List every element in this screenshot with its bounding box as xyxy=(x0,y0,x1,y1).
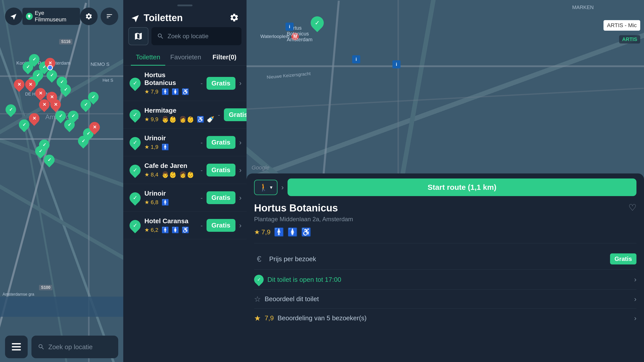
tab-favorieten[interactable]: Favorieten xyxy=(165,50,206,66)
detail-road-2 xyxy=(247,65,644,67)
man-baby-icon-4: 👨‍👶 xyxy=(162,171,177,178)
list-settings-button[interactable] xyxy=(229,13,239,23)
review-row[interactable]: ★ 7,9 Beoordeling van 5 bezoeker(s) › xyxy=(254,309,636,328)
search-input[interactable]: Zoek op locatie xyxy=(151,27,242,45)
map-label-marken: MARKEN xyxy=(572,5,594,10)
map-top-controls: Eye Filmmuseum xyxy=(0,8,123,25)
location-name: Eye Filmmuseum xyxy=(35,10,76,23)
pin-icon xyxy=(27,14,31,18)
rating-value-4: 8,4 xyxy=(151,171,158,178)
tab-toiletten[interactable]: Toiletten xyxy=(131,50,165,66)
star-icon-3: ★ xyxy=(144,144,149,150)
toilet-icons-1: 🚹 🚺 ♿ xyxy=(162,88,189,95)
settings-button[interactable] xyxy=(80,8,98,25)
chevron-4: › xyxy=(239,166,242,174)
toilet-meta-6: ★ 6,2 🚹 🚺 ♿ xyxy=(144,227,197,234)
check-icon-3: ✓ xyxy=(133,139,137,146)
road-label-s116: S116 xyxy=(59,39,72,44)
toilet-info-3: Urinoir ★ 1,9 🚹 xyxy=(144,134,197,151)
list-header-left: Toiletten xyxy=(131,13,183,23)
filter-button[interactable] xyxy=(101,8,118,25)
map-label-hallen: DE HALLEN xyxy=(25,92,49,97)
toilet-item-5[interactable]: ✓ Urinoir ★ 6,8 🚹 - Gratis › xyxy=(123,184,247,212)
open-status-row[interactable]: ✓ Dit toilet is open tot 17:00 › xyxy=(254,270,636,290)
detail-card: 🚶 ▾ › Start route (1,1 km) Hortus Botani… xyxy=(247,173,644,362)
toilet-marker-3: ✓ xyxy=(127,134,143,150)
rate-chevron: › xyxy=(634,295,636,303)
open-status-text: Dit toilet is open tot 17:00 xyxy=(267,276,630,284)
location-pin-icon xyxy=(26,13,33,20)
road-label-s100: S100 xyxy=(39,285,52,290)
chevron-6: › xyxy=(239,221,242,230)
detail-address: Plantage Middenlaan 2a, Amsterdam xyxy=(254,216,636,223)
list-tabs: Toiletten Favorieten Filter(0) xyxy=(123,50,247,66)
toilet-item-3[interactable]: ✓ Urinoir ★ 1,9 🚹 - Gratis › xyxy=(123,129,247,156)
info-marker-3: i xyxy=(392,60,400,68)
check-icon-6: ✓ xyxy=(133,222,137,229)
changing-icon-2: 🍼 xyxy=(207,116,214,123)
favorite-button[interactable]: ♡ xyxy=(628,202,636,213)
man-icon-1: 🚹 xyxy=(162,88,169,95)
left-map-panel: Koninklijk Pal Amsterdam DE HALLEN Amste… xyxy=(0,0,123,362)
toilet-name-6: Hotel Caransa xyxy=(144,217,197,225)
toilet-marker-1: ✓ xyxy=(127,75,143,91)
transport-selector[interactable]: 🚶 ▾ xyxy=(254,180,277,195)
toilet-icons-5: 🚹 xyxy=(162,199,169,206)
rate-label: Beoordeel dit toilet xyxy=(265,295,630,303)
detail-wheelchair-icon: ♿ xyxy=(301,227,311,237)
toilet-marker-2: ✓ xyxy=(127,107,143,122)
wheelchair-icon-1: ♿ xyxy=(182,88,189,95)
detail-rating-row: ★ 7,9 🚹 🚺 ♿ xyxy=(254,227,636,237)
chevron-3: › xyxy=(239,139,242,147)
review-score: 7,9 xyxy=(265,314,274,322)
google-logo: Google xyxy=(252,164,269,171)
drag-handle[interactable] xyxy=(177,5,192,6)
review-star-icon: ★ xyxy=(254,314,261,323)
toilet-rating-1: ★ 7,9 xyxy=(144,88,158,95)
gratis-badge-3: Gratis xyxy=(207,136,235,149)
toilet-info-1: Hortus Botanicus ★ 7,9 🚹 🚺 ♿ xyxy=(144,71,197,95)
search-icon-list xyxy=(157,33,164,40)
search-row: Zoek op locatie xyxy=(123,27,247,50)
tab-filter[interactable]: Filter(0) xyxy=(210,50,239,66)
detail-facility-icons: 🚹 🚺 ♿ xyxy=(274,227,311,237)
toilet-name-2: Hermitage xyxy=(144,107,214,114)
toilet-rating-3: ★ 1,9 xyxy=(144,144,158,150)
map-search-bar[interactable]: Zoek op locatie xyxy=(31,336,118,358)
map-label-koninklijk: Koninklijk Pal Amsterdam xyxy=(16,60,70,66)
gratis-badge-4: Gratis xyxy=(207,164,235,176)
toilet-name-4: Cafe de Jaren xyxy=(144,162,197,170)
location-button[interactable] xyxy=(5,8,22,25)
detail-star-icon: ★ xyxy=(254,228,260,236)
rate-row[interactable]: ☆ Beoordeel dit toilet › xyxy=(254,290,636,309)
start-route-button[interactable]: Start route (1,1 km) xyxy=(288,178,636,196)
waterlooplein-label: Waterlooplein xyxy=(260,34,289,39)
map-icon xyxy=(134,32,143,41)
artis-label-text: ARTIS - Mic xyxy=(607,22,637,28)
toilet-item-4[interactable]: ✓ Cafe de Jaren ★ 8,4 👨‍👶 👩‍👶 - Gratis xyxy=(123,156,247,184)
search-icon xyxy=(38,343,45,350)
detail-place-name: Hortus Botanicus xyxy=(254,202,338,214)
gratis-badge-6: Gratis xyxy=(207,219,235,232)
map-toggle-button[interactable] xyxy=(128,27,148,45)
man-icon-3: 🚹 xyxy=(162,144,169,151)
menu-button[interactable] xyxy=(5,336,28,358)
wheelchair-icon-6: ♿ xyxy=(182,227,189,234)
chevron-5: › xyxy=(239,194,242,202)
amsterdam-label-text: Amsterdam xyxy=(287,37,312,42)
list-panel: Toiletten Zoek op locatie Toiletten Favo… xyxy=(123,0,247,362)
gratis-badge-1: Gratis xyxy=(207,77,235,90)
wheelchair-icon-2: ♿ xyxy=(197,116,204,123)
toilet-item-1[interactable]: ✓ Hortus Botanicus ★ 7,9 🚹 🚺 ♿ - Gr xyxy=(123,66,247,101)
woman-baby-icon-4: 👩‍👶 xyxy=(179,171,194,178)
artis2-label-text: ARTIS xyxy=(622,36,637,42)
toilet-item-6[interactable]: ✓ Hotel Caransa ★ 6,2 🚹 🚺 ♿ - Grati xyxy=(123,212,247,239)
gratis-badge-5: Gratis xyxy=(207,191,235,204)
price-label: Prijs per bezoek xyxy=(269,255,605,263)
toilet-rating-6: ★ 6,2 xyxy=(144,227,158,233)
toilet-item-2[interactable]: ✓ Hermitage ★ 9,9 👨‍👶 👩‍👶 ♿ 🍼 xyxy=(123,101,247,129)
star-icon-2: ★ xyxy=(144,116,149,123)
rating-value-3: 1,9 xyxy=(151,144,158,150)
toilet-icons-6: 🚹 🚺 ♿ xyxy=(162,227,189,234)
euro-icon: € xyxy=(254,254,264,264)
